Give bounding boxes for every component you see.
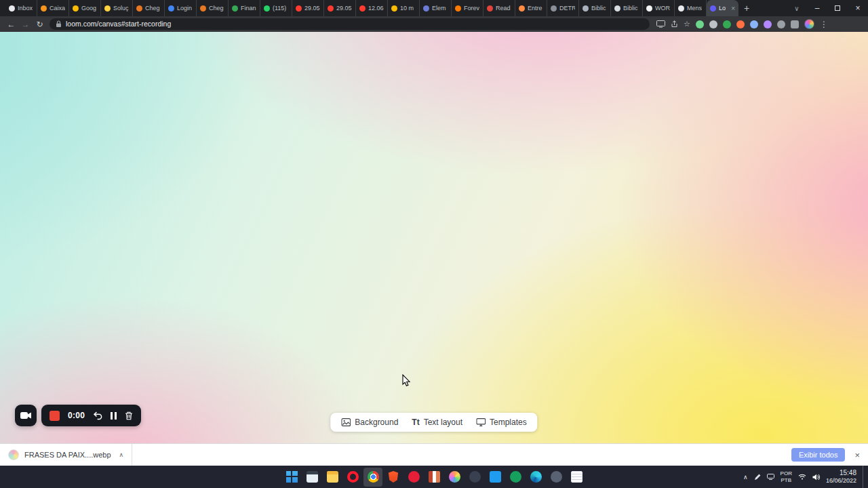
taskbar-app-game[interactable] — [465, 468, 484, 487]
tab-label: Finan — [241, 5, 256, 12]
profile-avatar[interactable] — [804, 19, 814, 29]
taskbar-app-gray[interactable] — [547, 468, 566, 487]
delete-recording-button[interactable] — [125, 411, 133, 420]
browser-tab[interactable]: Caixa — [37, 0, 69, 16]
browser-tab[interactable]: Forev — [452, 0, 484, 16]
browser-tab[interactable]: Read — [484, 0, 515, 16]
loom-canvas[interactable]: 0:00 Background Tt Text layout — [0, 32, 868, 443]
extensions-puzzle-icon[interactable] — [791, 20, 799, 28]
record-button[interactable] — [50, 411, 60, 421]
text-layout-label: Text layout — [424, 418, 462, 427]
back-button[interactable]: ← — [4, 20, 18, 29]
browser-tab[interactable]: Goog — [69, 0, 101, 16]
browser-tab[interactable]: Cheg — [133, 0, 165, 16]
templates-button[interactable]: Templates — [469, 413, 534, 432]
maximize-button[interactable] — [827, 0, 848, 16]
browser-tab[interactable]: 29.05 — [324, 0, 356, 16]
show-desktop-edge[interactable] — [863, 466, 865, 488]
files-icon — [327, 471, 338, 483]
browser-menu-icon[interactable]: ⋮ — [820, 20, 828, 29]
pen-icon[interactable] — [754, 474, 761, 481]
browser-tab[interactable]: Login — [165, 0, 197, 16]
photos-icon — [449, 471, 460, 483]
tab-label: Mens — [687, 5, 702, 12]
browser-tab[interactable]: DETR — [547, 0, 579, 16]
taskbar-clock[interactable]: 15:48 16/06/2022 — [826, 469, 856, 485]
taskbar-app-calculator[interactable] — [302, 468, 321, 487]
show-all-downloads-button[interactable]: Exibir todos — [791, 448, 845, 462]
browser-tab[interactable]: (115) — [260, 0, 292, 16]
text-layout-button[interactable]: Tt Text layout — [405, 413, 469, 432]
extension-adblock-icon[interactable] — [723, 20, 731, 28]
browser-tab[interactable]: Elem — [420, 0, 452, 16]
cast-icon[interactable] — [656, 20, 665, 28]
browser-tab[interactable]: Lo× — [707, 0, 738, 16]
share-icon[interactable] — [671, 20, 678, 28]
browser-tab[interactable]: 12.06 — [356, 0, 388, 16]
taskbar-app-start[interactable] — [282, 468, 301, 487]
reload-button[interactable]: ↻ — [33, 20, 47, 29]
camera-icon — [20, 411, 31, 420]
browser-tab[interactable]: Inbox — [5, 0, 37, 16]
taskbar-app-edge[interactable] — [526, 468, 545, 487]
extension-green-icon[interactable] — [696, 20, 704, 28]
download-item[interactable]: FRASES DA PAIX....webp ∧ — [8, 449, 123, 460]
new-tab-button[interactable]: + — [738, 0, 755, 16]
window-controls: ∨ – × — [787, 0, 868, 16]
taskbar-app-photos[interactable] — [445, 468, 464, 487]
tab-close-icon[interactable]: × — [731, 5, 735, 12]
tab-favicon — [583, 5, 589, 12]
tray-expand-icon[interactable]: ∧ — [743, 474, 748, 481]
taskbar-app-files[interactable] — [323, 468, 342, 487]
bookmark-star-icon[interactable]: ☆ — [684, 20, 690, 28]
taskbar-app-books[interactable] — [425, 468, 443, 487]
volume-icon[interactable] — [812, 474, 820, 481]
browser-tab[interactable]: Finan — [229, 0, 260, 16]
restart-button[interactable] — [93, 411, 102, 420]
forward-button[interactable]: → — [18, 20, 33, 29]
taskbar-app-operagx[interactable] — [404, 468, 423, 487]
browser-tab[interactable]: Cheg — [197, 0, 229, 16]
extension-blue-icon[interactable] — [750, 20, 758, 28]
camera-button[interactable] — [15, 405, 37, 426]
extension-silver-icon[interactable] — [777, 20, 785, 28]
address-bar[interactable]: loom.com/canvas#start-recording — [50, 18, 650, 30]
browser-tab[interactable]: Mens — [675, 0, 707, 16]
tab-search-button[interactable]: ∨ — [787, 5, 807, 12]
extension-gray-icon[interactable] — [709, 20, 717, 28]
tab-favicon — [9, 5, 15, 12]
background-button[interactable]: Background — [334, 413, 405, 432]
opera-icon — [347, 471, 359, 483]
browser-tab[interactable]: Biblic — [579, 0, 611, 16]
browser-tab[interactable]: Biblic — [611, 0, 643, 16]
minimize-button[interactable]: – — [807, 0, 827, 16]
recorder-pill: 0:00 — [41, 405, 141, 426]
pause-button[interactable] — [111, 412, 117, 420]
download-filename: FRASES DA PAIX....webp — [24, 451, 111, 459]
game-icon — [469, 471, 481, 483]
tab-favicon — [455, 5, 461, 12]
close-window-button[interactable]: × — [848, 0, 868, 16]
taskbar-app-green[interactable] — [506, 468, 525, 487]
browser-tab[interactable]: 10 m — [388, 0, 420, 16]
taskbar-app-chrome[interactable] — [363, 468, 382, 487]
browser-tab[interactable]: WOR — [643, 0, 675, 16]
wifi-icon[interactable] — [798, 474, 806, 480]
close-download-bar-icon[interactable]: × — [854, 450, 860, 460]
mouse-cursor — [402, 374, 411, 390]
browser-tab[interactable]: 29.05 — [292, 0, 324, 16]
browser-tab[interactable]: Entre — [515, 0, 547, 16]
language-indicator[interactable]: POR PTB — [781, 470, 792, 483]
taskbar-app-notepad[interactable] — [567, 468, 586, 487]
download-bar: FRASES DA PAIX....webp ∧ Exibir todos × — [0, 443, 868, 466]
extension-purple-icon[interactable] — [764, 20, 772, 28]
monitor-tray-icon[interactable] — [767, 474, 774, 480]
download-item-caret-icon[interactable]: ∧ — [119, 451, 124, 458]
taskbar-app-opera[interactable] — [343, 468, 362, 487]
extension-orange-icon[interactable] — [736, 20, 745, 28]
edge-icon — [530, 471, 542, 483]
taskbar-app-vscode[interactable] — [486, 468, 505, 487]
browser-tab[interactable]: Soluç — [101, 0, 133, 16]
browser-toolbar: ← → ↻ loom.com/canvas#start-recording ☆ … — [0, 16, 868, 32]
taskbar-app-brave[interactable] — [384, 468, 403, 487]
